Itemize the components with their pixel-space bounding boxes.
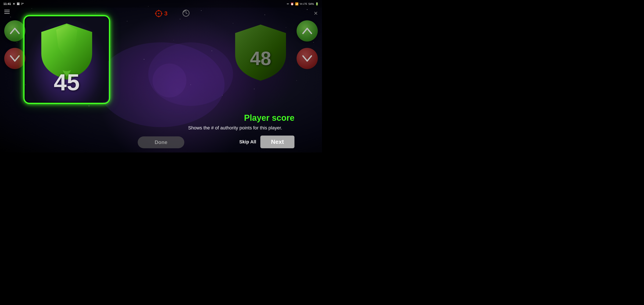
time-display: 11:41 <box>4 2 11 6</box>
close-button[interactable]: × <box>314 9 318 17</box>
next-button[interactable]: Next <box>260 136 294 148</box>
highlighted-shield-container[interactable]: 45 <box>26 17 108 102</box>
signal-bars: Vo LTE <box>300 2 307 5</box>
right-player-down-button[interactable] <box>296 48 318 69</box>
shield-highlight-border <box>23 15 110 104</box>
alarm-icon: ⏰ <box>290 2 294 6</box>
tooltip-description: Shows the # of authority points for this… <box>176 125 294 131</box>
tooltip-title: Player score <box>176 113 294 123</box>
status-bar: 11:41 ✕ 🖼 7° ✏ ⏰ 📶 Vo LTE 54% 🔋 <box>0 0 322 8</box>
notification-number: 7° <box>21 2 24 6</box>
svg-point-37 <box>158 13 159 14</box>
down-chevron-icon <box>10 54 20 63</box>
right-player-shield-container: 48 <box>224 22 296 94</box>
history-icon <box>182 9 190 17</box>
cross-icon: ✕ <box>13 2 15 6</box>
status-left: 11:41 ✕ 🖼 7° <box>4 2 24 6</box>
up-chevron-icon <box>10 27 20 35</box>
target-count-label: 3 <box>164 10 168 17</box>
status-right: ✏ ⏰ 📶 Vo LTE 54% 🔋 <box>287 2 318 6</box>
right-player-up-button[interactable] <box>296 20 318 42</box>
skip-all-button[interactable]: Skip All <box>239 139 256 145</box>
image-icon: 🖼 <box>17 2 20 6</box>
wifi-icon: 📶 <box>295 2 298 6</box>
action-buttons: Skip All Next <box>239 136 294 148</box>
menu-lines-icon <box>4 10 10 14</box>
battery-icon: 🔋 <box>315 2 318 6</box>
target-counter: 3 <box>154 9 168 18</box>
close-icon: × <box>314 9 318 17</box>
history-button[interactable] <box>182 9 190 18</box>
left-player-down-button[interactable] <box>4 48 26 69</box>
right-down-chevron-icon <box>302 54 312 63</box>
tooltip-panel: Player score Shows the # of authority po… <box>176 113 294 131</box>
menu-button[interactable] <box>4 10 10 14</box>
edit-icon: ✏ <box>287 2 289 6</box>
right-player-score: 48 <box>250 48 271 70</box>
right-up-chevron-icon <box>302 27 312 35</box>
done-button[interactable]: Done <box>138 136 184 148</box>
left-player-up-button[interactable] <box>4 20 26 42</box>
battery-display: 54% <box>308 2 314 6</box>
crosshair-icon <box>154 9 163 18</box>
game-ui: 3 × <box>0 8 322 152</box>
